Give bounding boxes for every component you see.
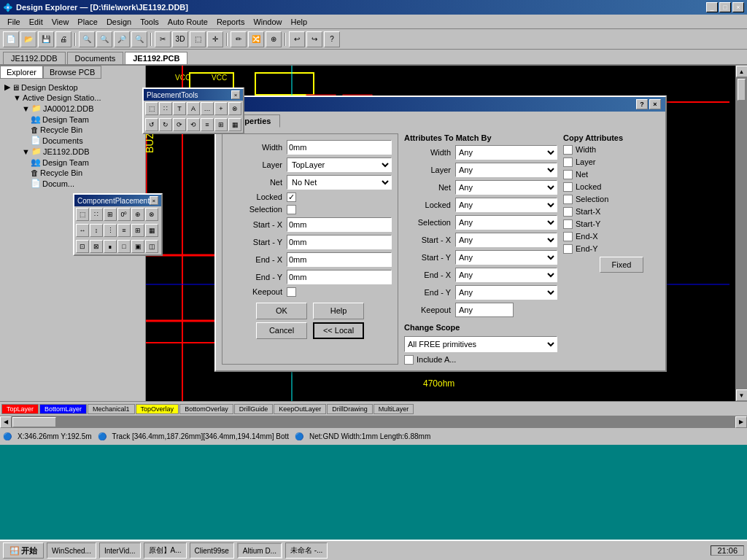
taskbar-original[interactable]: 原创】A... [144, 542, 187, 559]
comp-tool-10[interactable]: ≡ [117, 224, 131, 237]
place-tool-14[interactable]: ▦ [228, 118, 241, 131]
place-tool-12[interactable]: ≡ [201, 118, 214, 131]
dialog-help-button[interactable]: ? [636, 99, 648, 109]
tree-design-team2[interactable]: 👥 Design Team [3, 157, 142, 168]
scroll-track[interactable] [736, 77, 747, 389]
copy-startx-checkbox[interactable] [563, 207, 573, 217]
layer-tab-top[interactable]: TopLayer [1, 404, 39, 414]
tool-route[interactable]: 🔀 [248, 31, 264, 47]
tool-move[interactable]: ✛ [207, 31, 223, 47]
layer-tab-multilayer[interactable]: MultiLayer [374, 404, 414, 414]
place-tool-4[interactable]: A [187, 102, 200, 115]
copy-endy-checkbox[interactable] [563, 244, 573, 254]
comp-tool-16[interactable]: □ [117, 240, 131, 253]
attr-selection-select[interactable]: Any [455, 215, 557, 230]
place-tool-10[interactable]: ⟳ [173, 118, 186, 131]
layer-tab-keepout[interactable]: KeepOutLayer [274, 404, 326, 414]
place-tool-11[interactable]: ⟲ [187, 118, 200, 131]
scroll-left-button[interactable]: ◀ [0, 416, 12, 428]
comp-tool-1[interactable]: ⬚ [76, 208, 89, 221]
comp-tool-5[interactable]: ⊕ [131, 208, 144, 221]
tree-active-station[interactable]: ▼ Active Design Statio... [3, 93, 142, 103]
placement-toolbox-close[interactable]: × [231, 90, 240, 99]
keepout-checkbox[interactable] [287, 287, 296, 297]
scroll-up-button[interactable]: ▲ [736, 66, 748, 77]
comp-tool-2[interactable]: ∷ [90, 208, 103, 221]
tree-recycle1[interactable]: 🗑 Recycle Bin [3, 125, 142, 135]
taskbar-unnamed[interactable]: 未命名 -... [285, 542, 328, 559]
copy-endx-checkbox[interactable] [563, 232, 573, 241]
comp-tool-18[interactable]: ◫ [145, 240, 158, 253]
place-tool-5[interactable]: … [201, 102, 214, 115]
start-y-input[interactable] [287, 235, 392, 249]
end-y-input[interactable] [287, 270, 392, 284]
attr-startx-select[interactable]: Any [455, 233, 557, 247]
tab-documents[interactable]: Documents [67, 52, 124, 64]
place-tool-9[interactable]: ↻ [159, 118, 172, 131]
comp-tool-11[interactable]: ⊞ [131, 224, 144, 237]
fixed-button[interactable]: Fixed [600, 257, 643, 273]
taskbar-intervid[interactable]: InterVid... [99, 542, 141, 559]
tree-design-team1[interactable]: 👥 Design Team [3, 114, 142, 125]
menu-autoroute[interactable]: Auto Route [163, 16, 212, 28]
place-tool-2[interactable]: ∷ [159, 102, 172, 115]
local-button[interactable]: << Local [313, 322, 364, 339]
tool-zoom-in[interactable]: 🔍 [79, 31, 95, 47]
tool-undo[interactable]: ↩ [289, 31, 305, 47]
net-select[interactable]: No Net GND VCC [287, 175, 392, 190]
layer-tab-topoverlay[interactable]: TopOverlay [136, 404, 179, 414]
comp-tool-14[interactable]: ⊠ [90, 240, 103, 253]
tool-help[interactable]: ? [324, 31, 340, 47]
comp-tool-4[interactable]: 0⁰ [117, 208, 131, 221]
menu-file[interactable]: File [3, 16, 25, 28]
start-button[interactable]: 🪟 开始 [3, 542, 44, 559]
comp-tool-9[interactable]: ⋮ [104, 224, 117, 237]
copy-starty-checkbox[interactable] [563, 219, 573, 229]
copy-net-checkbox[interactable] [563, 170, 573, 179]
tool-redo[interactable]: ↪ [306, 31, 322, 47]
tool-select[interactable]: ⬚ [190, 31, 206, 47]
scroll-thumb[interactable] [738, 79, 746, 101]
cancel-button[interactable]: Cancel [256, 322, 307, 339]
tool-new[interactable]: 📄 [3, 31, 19, 47]
menu-design[interactable]: Design [102, 16, 136, 28]
attr-endx-select[interactable]: Any [455, 268, 557, 282]
comp-tool-17[interactable]: ▣ [131, 240, 144, 253]
locked-checkbox[interactable]: ✓ [287, 192, 296, 202]
layer-tab-bottom[interactable]: BottomLayer [39, 404, 87, 414]
place-tool-6[interactable]: + [214, 102, 228, 115]
vertical-scrollbar[interactable]: ▲ ▼ [735, 66, 747, 401]
tool-open[interactable]: 📂 [20, 31, 36, 47]
attr-layer-select[interactable]: Any [455, 163, 557, 177]
tree-docs1[interactable]: 📄 Documents [3, 135, 142, 146]
layer-tab-drillguide[interactable]: DrillGuide [234, 404, 274, 414]
layer-tab-bottomoverlay[interactable]: BottomOverlay [179, 404, 233, 414]
copy-width-checkbox[interactable] [563, 145, 573, 155]
copy-layer-checkbox[interactable] [563, 158, 573, 167]
end-x-input[interactable] [287, 252, 392, 267]
place-tool-3[interactable]: T [173, 102, 186, 115]
taskbar-client99[interactable]: Client99se [190, 542, 234, 559]
tree-je1192[interactable]: ▼ 📁 JE1192.DDB [3, 146, 142, 157]
layer-tab-mech1[interactable]: Mechanical1 [88, 404, 135, 414]
comp-tool-3[interactable]: ⊞ [104, 208, 117, 221]
component-toolbox-close[interactable]: × [150, 196, 158, 205]
ok-button[interactable]: OK [256, 303, 307, 319]
comp-tool-12[interactable]: ▦ [145, 224, 158, 237]
tool-plus[interactable]: ⊕ [266, 31, 282, 47]
maximize-button[interactable]: □ [719, 2, 731, 12]
place-tool-13[interactable]: ⊞ [214, 118, 228, 131]
horizontal-scroll-track[interactable] [12, 416, 735, 428]
tool-print[interactable]: 🖨 [55, 31, 71, 47]
copy-locked-checkbox[interactable] [563, 182, 573, 192]
menu-view[interactable]: View [47, 16, 74, 28]
tool-3d[interactable]: 3D [172, 31, 188, 47]
place-tool-7[interactable]: ⊗ [228, 102, 241, 115]
tool-search[interactable]: 🔎 [114, 31, 130, 47]
tree-ja00012[interactable]: ▼ 📁 JA00012.DDB [3, 103, 142, 114]
help-button[interactable]: Help [313, 303, 364, 319]
menu-tools[interactable]: Tools [136, 16, 163, 28]
comp-tool-8[interactable]: ↕ [90, 224, 103, 237]
scroll-down-button[interactable]: ▼ [736, 389, 748, 401]
attr-width-select[interactable]: Any [455, 145, 557, 160]
